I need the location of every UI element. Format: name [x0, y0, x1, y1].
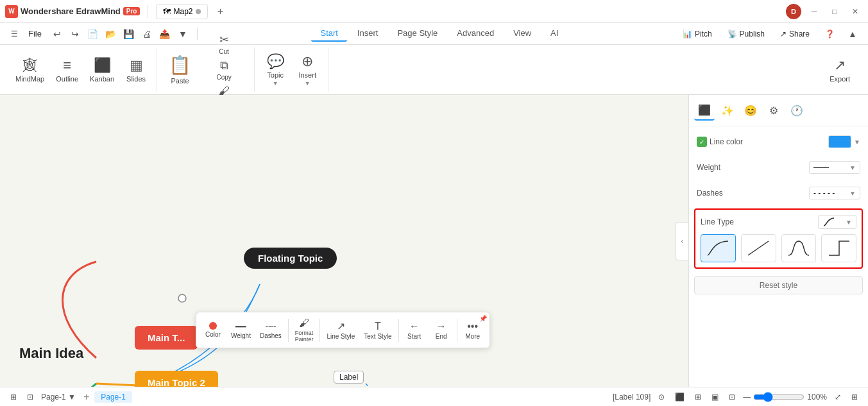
slides-button[interactable]: ▦ Slides — [121, 55, 151, 85]
weight-value: —— — [813, 163, 829, 172]
map-tab[interactable]: 🗺 Map2 — [156, 4, 207, 19]
export-quick-button[interactable]: 📤 — [157, 26, 173, 42]
status-expand-button[interactable]: ⊞ — [8, 391, 19, 403]
status-btn-3[interactable]: ⊞ — [692, 391, 704, 403]
help-button[interactable]: ❓ — [820, 27, 840, 41]
weight-row: Weight —— ▼ — [694, 157, 863, 178]
panel-emoji-button[interactable]: 😊 — [740, 100, 761, 121]
panel-format-button[interactable]: ⬛ — [694, 100, 715, 121]
paste-button[interactable]: 📋 Paste — [162, 52, 198, 87]
undo-button[interactable]: ↩ — [49, 26, 65, 42]
user-avatar[interactable]: D — [786, 4, 801, 19]
more-quick-button[interactable]: ▼ — [175, 26, 191, 42]
ftb-dashes[interactable]: ╌╌ Dashes — [256, 319, 285, 342]
tab-insert[interactable]: Insert — [348, 26, 387, 42]
tab-advanced[interactable]: Advanced — [448, 26, 503, 42]
ftb-fp-icon: 🖌 — [299, 317, 309, 329]
separator-4 — [457, 319, 457, 342]
zoom-minus[interactable]: — — [743, 393, 751, 402]
redo-button[interactable]: ↪ — [67, 26, 83, 42]
panel-ai-button[interactable]: ✨ — [717, 100, 738, 121]
layout-button[interactable]: ⊞ — [849, 391, 860, 403]
separator-1 — [288, 319, 289, 342]
line-color-checkbox[interactable]: ✓ — [697, 137, 707, 147]
ribbon-collapse-button[interactable]: ▲ — [845, 26, 860, 42]
kanban-button[interactable]: ⬛ Kanban — [85, 55, 119, 85]
ftb-text-style[interactable]: T Text Style — [360, 318, 395, 343]
line-type-section: Line Type ▼ — [694, 208, 863, 269]
start-icon: ← — [409, 321, 420, 332]
collapse-ribbon-button[interactable]: ☰ — [8, 28, 21, 40]
reset-style-button[interactable]: Reset style — [694, 276, 863, 294]
line-type-s-curve[interactable] — [781, 234, 817, 262]
line-type-curved[interactable] — [701, 234, 736, 262]
tab-start[interactable]: Start — [311, 26, 346, 42]
close-button[interactable]: ✕ — [847, 4, 863, 19]
topic-button[interactable]: 💬 Topic ▼ — [260, 51, 291, 89]
line-type-dropdown[interactable]: ▼ — [818, 215, 856, 229]
panel-theme-button[interactable]: ⚙ — [763, 100, 784, 121]
outline-button[interactable]: ≡ Outline — [51, 55, 83, 85]
print-button[interactable]: 🖨 — [139, 26, 155, 42]
page-tab[interactable]: Page-1 — [94, 391, 132, 403]
zoom-slider[interactable] — [753, 392, 804, 402]
mindmap-button[interactable]: 🕸 MindMap — [10, 55, 49, 85]
dashes-dropdown[interactable]: - - - - - ▼ — [809, 187, 860, 199]
ftb-end[interactable]: → End — [429, 318, 454, 343]
publish-button[interactable]: 📡 Publish — [722, 27, 770, 41]
open-button[interactable]: 📂 — [103, 26, 119, 42]
canvas[interactable]: Main Idea Floating Topic Main T... Main … — [0, 95, 688, 387]
page-dropdown[interactable]: Page-1 ▼ — [41, 393, 76, 402]
add-page-button[interactable]: + — [83, 391, 89, 403]
paste-icon: 📋 — [169, 55, 191, 76]
main-topic-1[interactable]: Main T... — [135, 326, 198, 350]
label-box[interactable]: Label — [334, 371, 364, 384]
status-btn-5[interactable]: ⊡ — [726, 391, 738, 403]
status-btn-2[interactable]: ⬛ — [672, 391, 687, 403]
cut-button[interactable]: ✂ Cut — [199, 31, 249, 56]
save-button[interactable]: 💾 — [121, 26, 137, 42]
slides-label: Slides — [126, 75, 146, 83]
new-button[interactable]: 📄 — [85, 26, 101, 42]
separator-3 — [398, 319, 399, 342]
line-type-straight[interactable] — [741, 234, 776, 262]
main-topic-2[interactable]: Main Topic 2 — [135, 371, 218, 387]
panel-header: ⬛ ✨ 😊 ⚙ 🕐 — [689, 95, 868, 126]
copy-button[interactable]: ⧉ Copy — [199, 58, 249, 82]
file-menu[interactable]: File — [23, 26, 47, 41]
collapse-panel-button[interactable]: ‹ — [676, 222, 688, 260]
weight-label: Weight — [697, 163, 720, 172]
panel-clock-button[interactable]: 🕐 — [787, 100, 807, 121]
ftb-color-label: Color — [205, 331, 221, 338]
maximize-button[interactable]: □ — [827, 4, 842, 19]
ftb-line-style[interactable]: ↗ Line Style — [323, 317, 359, 343]
status-view-button[interactable]: ⊡ — [24, 391, 36, 403]
tab-view[interactable]: View — [504, 26, 540, 42]
share-button[interactable]: ↗ Share — [775, 27, 815, 41]
fullscreen-button[interactable]: ⤢ — [832, 391, 844, 403]
fit-view-button[interactable]: ⊙ — [656, 391, 667, 403]
line-color-swatch[interactable] — [828, 135, 851, 148]
tab-page-style[interactable]: Page Style — [388, 26, 447, 42]
topic-label: Topic — [267, 71, 284, 79]
mindmap-icon: 🕸 — [23, 57, 37, 74]
insert-button[interactable]: ⊕ Insert ▼ — [292, 51, 323, 89]
minimize-button[interactable]: ─ — [806, 4, 822, 19]
ftb-start[interactable]: ← Start — [402, 318, 427, 343]
view-group: 🕸 MindMap ≡ Outline ⬛ Kanban ▦ Slides — [5, 47, 157, 92]
copy-icon: ⧉ — [220, 59, 228, 72]
weight-dropdown[interactable]: —— ▼ — [809, 161, 860, 174]
floating-topic[interactable]: Floating Topic — [244, 248, 337, 269]
export-button[interactable]: ↗ Export — [822, 55, 858, 85]
tab-ai[interactable]: AI — [541, 26, 567, 42]
line-type-elbow[interactable] — [821, 234, 856, 262]
ftb-weight[interactable]: ━━ Weight — [227, 319, 255, 342]
ftb-format-painter[interactable]: 🖌 Format Painter — [291, 315, 318, 345]
pitch-button[interactable]: 📊 Pitch — [677, 27, 717, 41]
ftb-color[interactable]: Color — [200, 319, 226, 341]
mindmap-label: MindMap — [15, 75, 44, 83]
status-btn-4[interactable]: ▣ — [709, 391, 721, 403]
pin-icon[interactable]: 📌 — [479, 315, 487, 322]
new-tab-button[interactable]: + — [213, 4, 228, 19]
dashes-row: Dashes - - - - - ▼ — [694, 183, 863, 203]
